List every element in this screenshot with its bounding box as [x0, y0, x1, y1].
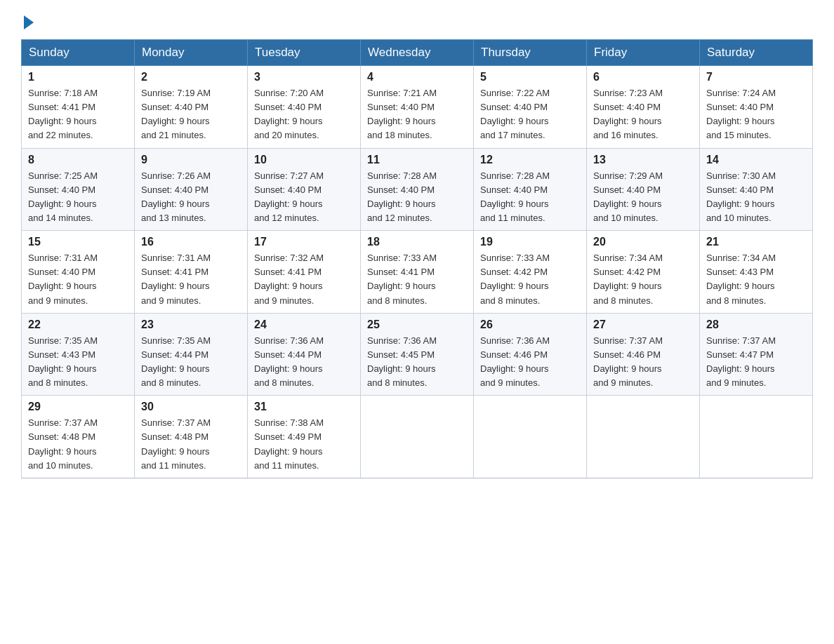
day-info: Sunrise: 7:38 AMSunset: 4:49 PMDaylight:…: [254, 417, 324, 470]
day-number: 30: [141, 401, 241, 413]
day-number: 6: [593, 71, 693, 83]
calendar-day-cell: [361, 396, 474, 478]
day-number: 25: [367, 318, 467, 331]
day-number: 5: [480, 71, 580, 83]
day-number: 9: [141, 154, 241, 166]
day-number: 20: [593, 236, 693, 248]
logo-arrow-icon: [24, 15, 34, 29]
calendar-day-cell: 7 Sunrise: 7:24 AMSunset: 4:40 PMDayligh…: [700, 66, 813, 149]
day-of-week-header: Saturday: [700, 40, 813, 66]
day-info: Sunrise: 7:30 AMSunset: 4:40 PMDaylight:…: [706, 170, 776, 223]
day-number: 10: [254, 154, 354, 166]
day-number: 23: [141, 318, 241, 331]
calendar-day-cell: 21 Sunrise: 7:34 AMSunset: 4:43 PMDaylig…: [700, 231, 813, 314]
calendar-day-cell: 12 Sunrise: 7:28 AMSunset: 4:40 PMDaylig…: [474, 148, 587, 231]
day-number: 2: [141, 71, 241, 83]
day-info: Sunrise: 7:24 AMSunset: 4:40 PMDaylight:…: [706, 88, 776, 140]
calendar-day-cell: 28 Sunrise: 7:37 AMSunset: 4:47 PMDaylig…: [700, 313, 813, 396]
calendar-week-row: 15 Sunrise: 7:31 AMSunset: 4:40 PMDaylig…: [22, 231, 813, 314]
day-number: 18: [367, 236, 467, 248]
calendar-table: SundayMondayTuesdayWednesdayThursdayFrid…: [21, 39, 813, 478]
calendar-day-cell: 27 Sunrise: 7:37 AMSunset: 4:46 PMDaylig…: [587, 313, 700, 396]
day-info: Sunrise: 7:37 AMSunset: 4:48 PMDaylight:…: [28, 417, 98, 470]
calendar-day-cell: 1 Sunrise: 7:18 AMSunset: 4:41 PMDayligh…: [22, 66, 135, 149]
day-info: Sunrise: 7:28 AMSunset: 4:40 PMDaylight:…: [480, 170, 550, 223]
day-of-week-header: Tuesday: [248, 40, 361, 66]
calendar-day-cell: 23 Sunrise: 7:35 AMSunset: 4:44 PMDaylig…: [135, 313, 248, 396]
calendar-day-cell: 10 Sunrise: 7:27 AMSunset: 4:40 PMDaylig…: [248, 148, 361, 231]
day-info: Sunrise: 7:25 AMSunset: 4:40 PMDaylight:…: [28, 170, 98, 223]
calendar-day-cell: [474, 396, 587, 478]
day-info: Sunrise: 7:33 AMSunset: 4:41 PMDaylight:…: [367, 253, 437, 305]
calendar-week-row: 29 Sunrise: 7:37 AMSunset: 4:48 PMDaylig…: [22, 396, 813, 478]
day-number: 12: [480, 154, 580, 166]
day-info: Sunrise: 7:31 AMSunset: 4:41 PMDaylight:…: [141, 253, 211, 305]
day-info: Sunrise: 7:32 AMSunset: 4:41 PMDaylight:…: [254, 253, 324, 305]
calendar-day-cell: 3 Sunrise: 7:20 AMSunset: 4:40 PMDayligh…: [248, 66, 361, 149]
day-of-week-header: Friday: [587, 40, 700, 66]
day-number: 14: [706, 154, 806, 166]
day-of-week-header: Thursday: [474, 40, 587, 66]
day-number: 13: [593, 154, 693, 166]
calendar-day-cell: [587, 396, 700, 478]
day-number: 24: [254, 318, 354, 331]
day-number: 19: [480, 236, 580, 248]
calendar-day-cell: 2 Sunrise: 7:19 AMSunset: 4:40 PMDayligh…: [135, 66, 248, 149]
calendar-week-row: 8 Sunrise: 7:25 AMSunset: 4:40 PMDayligh…: [22, 148, 813, 231]
day-info: Sunrise: 7:35 AMSunset: 4:43 PMDaylight:…: [28, 335, 98, 388]
calendar-day-cell: 31 Sunrise: 7:38 AMSunset: 4:49 PMDaylig…: [248, 396, 361, 478]
day-number: 21: [706, 236, 806, 248]
calendar-day-cell: 5 Sunrise: 7:22 AMSunset: 4:40 PMDayligh…: [474, 66, 587, 149]
day-of-week-header: Sunday: [22, 40, 135, 66]
calendar-day-cell: 4 Sunrise: 7:21 AMSunset: 4:40 PMDayligh…: [361, 66, 474, 149]
day-info: Sunrise: 7:22 AMSunset: 4:40 PMDaylight:…: [480, 88, 550, 140]
day-info: Sunrise: 7:36 AMSunset: 4:45 PMDaylight:…: [367, 335, 437, 388]
calendar-day-cell: 11 Sunrise: 7:28 AMSunset: 4:40 PMDaylig…: [361, 148, 474, 231]
calendar-day-cell: 19 Sunrise: 7:33 AMSunset: 4:42 PMDaylig…: [474, 231, 587, 314]
day-number: 26: [480, 318, 580, 331]
calendar-day-cell: 17 Sunrise: 7:32 AMSunset: 4:41 PMDaylig…: [248, 231, 361, 314]
calendar-day-cell: 14 Sunrise: 7:30 AMSunset: 4:40 PMDaylig…: [700, 148, 813, 231]
calendar-day-cell: 9 Sunrise: 7:26 AMSunset: 4:40 PMDayligh…: [135, 148, 248, 231]
day-of-week-header: Wednesday: [361, 40, 474, 66]
day-info: Sunrise: 7:35 AMSunset: 4:44 PMDaylight:…: [141, 335, 211, 388]
day-info: Sunrise: 7:37 AMSunset: 4:47 PMDaylight:…: [706, 335, 776, 388]
day-info: Sunrise: 7:31 AMSunset: 4:40 PMDaylight:…: [28, 253, 98, 305]
calendar-day-cell: 30 Sunrise: 7:37 AMSunset: 4:48 PMDaylig…: [135, 396, 248, 478]
day-info: Sunrise: 7:27 AMSunset: 4:40 PMDaylight:…: [254, 170, 324, 223]
day-info: Sunrise: 7:20 AMSunset: 4:40 PMDaylight:…: [254, 88, 324, 140]
calendar-week-row: 22 Sunrise: 7:35 AMSunset: 4:43 PMDaylig…: [22, 313, 813, 396]
day-number: 17: [254, 236, 354, 248]
day-info: Sunrise: 7:28 AMSunset: 4:40 PMDaylight:…: [367, 170, 437, 223]
day-of-week-header: Monday: [135, 40, 248, 66]
calendar-day-cell: [700, 396, 813, 478]
day-number: 8: [28, 154, 128, 166]
calendar-day-cell: 6 Sunrise: 7:23 AMSunset: 4:40 PMDayligh…: [587, 66, 700, 149]
calendar-day-cell: 25 Sunrise: 7:36 AMSunset: 4:45 PMDaylig…: [361, 313, 474, 396]
day-info: Sunrise: 7:37 AMSunset: 4:48 PMDaylight:…: [141, 417, 211, 470]
day-info: Sunrise: 7:18 AMSunset: 4:41 PMDaylight:…: [28, 88, 98, 140]
logo: [21, 14, 34, 27]
day-info: Sunrise: 7:21 AMSunset: 4:40 PMDaylight:…: [367, 88, 437, 140]
day-number: 16: [141, 236, 241, 248]
day-info: Sunrise: 7:29 AMSunset: 4:40 PMDaylight:…: [593, 170, 663, 223]
day-number: 31: [254, 401, 354, 413]
calendar-day-cell: 26 Sunrise: 7:36 AMSunset: 4:46 PMDaylig…: [474, 313, 587, 396]
calendar-day-cell: 20 Sunrise: 7:34 AMSunset: 4:42 PMDaylig…: [587, 231, 700, 314]
day-info: Sunrise: 7:19 AMSunset: 4:40 PMDaylight:…: [141, 88, 211, 140]
calendar-day-cell: 16 Sunrise: 7:31 AMSunset: 4:41 PMDaylig…: [135, 231, 248, 314]
calendar-day-cell: 15 Sunrise: 7:31 AMSunset: 4:40 PMDaylig…: [22, 231, 135, 314]
day-info: Sunrise: 7:26 AMSunset: 4:40 PMDaylight:…: [141, 170, 211, 223]
day-info: Sunrise: 7:37 AMSunset: 4:46 PMDaylight:…: [593, 335, 663, 388]
day-number: 7: [706, 71, 806, 83]
calendar-day-cell: 22 Sunrise: 7:35 AMSunset: 4:43 PMDaylig…: [22, 313, 135, 396]
day-number: 29: [28, 401, 128, 413]
day-info: Sunrise: 7:33 AMSunset: 4:42 PMDaylight:…: [480, 253, 550, 305]
page-header: [21, 14, 813, 27]
calendar-day-cell: 13 Sunrise: 7:29 AMSunset: 4:40 PMDaylig…: [587, 148, 700, 231]
day-number: 11: [367, 154, 467, 166]
day-info: Sunrise: 7:36 AMSunset: 4:44 PMDaylight:…: [254, 335, 324, 388]
day-info: Sunrise: 7:36 AMSunset: 4:46 PMDaylight:…: [480, 335, 550, 388]
day-number: 28: [706, 318, 806, 331]
day-number: 4: [367, 71, 467, 83]
